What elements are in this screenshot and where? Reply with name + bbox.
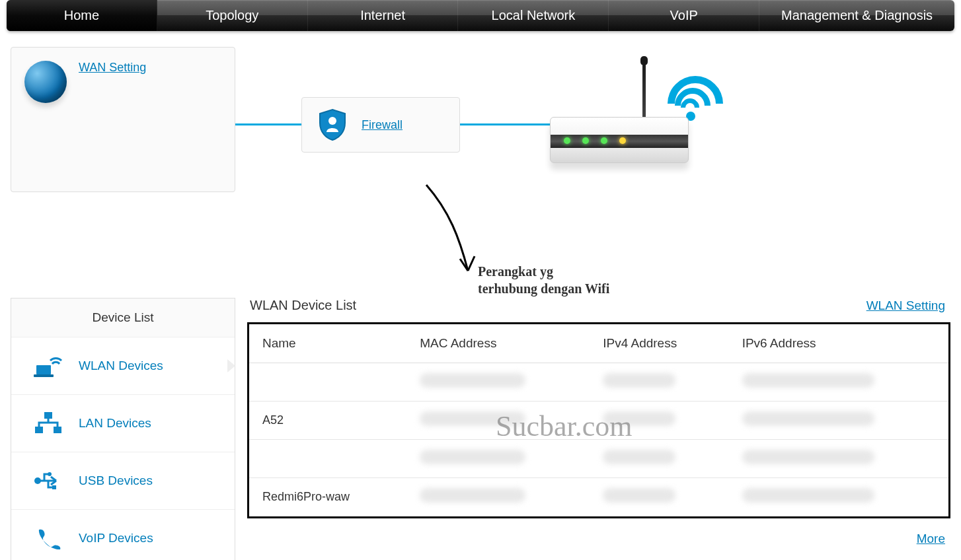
table-row	[249, 440, 948, 478]
annotation-text: Perangkat yg terhubung dengan Wifi	[478, 263, 609, 297]
svg-point-0	[328, 117, 336, 125]
cell-ipv6	[729, 440, 948, 478]
phone-icon	[34, 527, 63, 549]
cell-mac	[406, 440, 590, 478]
panel-title: WLAN Device List	[250, 298, 356, 313]
svg-rect-3	[44, 412, 52, 419]
nav-local-network[interactable]: Local Network	[458, 0, 609, 31]
cell-name	[249, 440, 406, 478]
sidebar-item-label: WLAN Devices	[79, 359, 163, 373]
svg-rect-4	[35, 427, 43, 433]
table-row: Redmi6Pro-waw	[249, 478, 948, 516]
sidebar-item-usb-devices[interactable]: USB Devices	[11, 452, 235, 509]
device-list-sidebar: Device List WLAN Devices LAN Devices USB…	[11, 298, 235, 560]
sidebar-item-wlan-devices[interactable]: WLAN Devices	[11, 337, 235, 394]
sidebar-item-lan-devices[interactable]: LAN Devices	[11, 394, 235, 452]
cell-name: A52	[249, 402, 406, 440]
nav-topology[interactable]: Topology	[157, 0, 308, 31]
wan-setting-link[interactable]: WAN Setting	[79, 61, 146, 75]
table-row	[249, 363, 948, 402]
topology-link-line	[235, 123, 301, 125]
col-mac: MAC Address	[406, 324, 590, 363]
firewall-link[interactable]: Firewall	[362, 118, 403, 132]
wlan-setting-link[interactable]: WLAN Setting	[866, 298, 945, 313]
svg-rect-5	[54, 427, 61, 433]
cell-mac	[406, 478, 590, 516]
usb-icon	[34, 470, 63, 492]
wifi-laptop-icon	[34, 355, 63, 377]
cell-ipv6	[729, 478, 948, 516]
cell-ipv4	[590, 363, 728, 402]
firewall-card: Firewall	[301, 97, 460, 153]
svg-point-7	[48, 472, 52, 476]
wan-card: WAN Setting	[11, 47, 235, 192]
nav-voip[interactable]: VoIP	[609, 0, 759, 31]
col-ipv4: IPv4 Address	[590, 324, 728, 363]
cell-name: Redmi6Pro-waw	[249, 478, 406, 516]
sidebar-item-label: LAN Devices	[79, 416, 151, 431]
sidebar-item-voip-devices[interactable]: VoIP Devices	[11, 509, 235, 560]
top-nav: Home Topology Internet Local Network VoI…	[7, 0, 954, 31]
cell-ipv4	[590, 478, 728, 516]
cell-mac	[406, 363, 590, 402]
cell-ipv6	[729, 363, 948, 402]
watermark-text: Sucbar.com	[496, 409, 633, 443]
router-icon	[550, 60, 709, 192]
cell-name	[249, 363, 406, 402]
more-link[interactable]: More	[917, 532, 945, 545]
nav-home[interactable]: Home	[7, 0, 157, 31]
svg-rect-2	[34, 374, 54, 377]
svg-rect-8	[52, 485, 56, 489]
cell-ipv4	[590, 440, 728, 478]
col-name: Name	[249, 324, 406, 363]
cell-ipv6	[729, 402, 948, 440]
svg-rect-1	[36, 365, 51, 374]
nav-management-diagnosis[interactable]: Management & Diagnosis	[759, 0, 954, 31]
globe-icon	[24, 61, 67, 103]
lan-icon	[34, 412, 63, 435]
sidebar-title: Device List	[11, 298, 235, 337]
nav-internet[interactable]: Internet	[308, 0, 459, 31]
shield-icon	[315, 108, 350, 142]
topology-link-line	[460, 123, 556, 125]
sidebar-item-label: VoIP Devices	[79, 531, 153, 545]
col-ipv6: IPv6 Address	[729, 324, 948, 363]
sidebar-item-label: USB Devices	[79, 473, 153, 488]
